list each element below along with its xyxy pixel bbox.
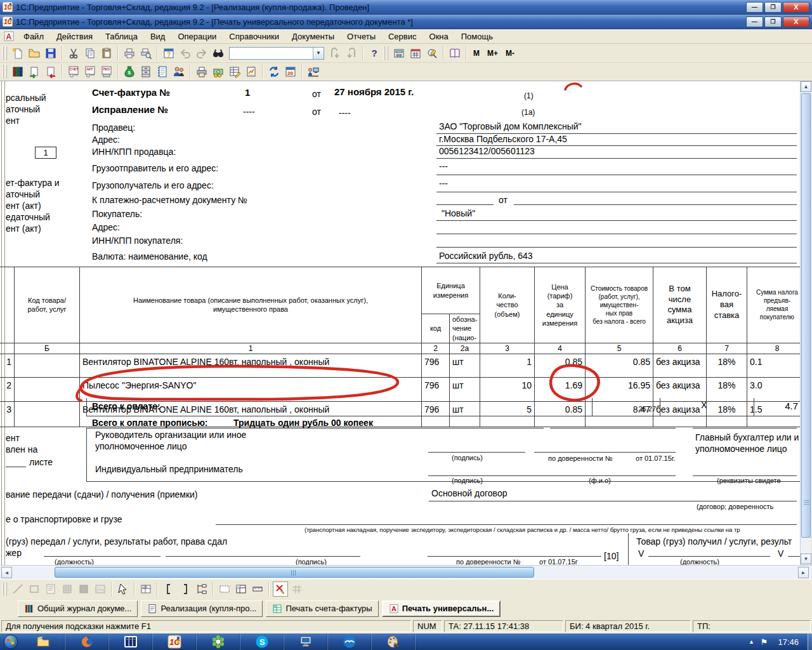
tray-expand-icon[interactable]: ▲ xyxy=(749,639,754,645)
scroll-right-icon[interactable]: ► xyxy=(798,567,809,578)
print-preview-icon[interactable] xyxy=(138,46,154,61)
memory-recall-button[interactable]: М xyxy=(469,48,483,59)
cell-format-icon[interactable]: 123 xyxy=(138,581,154,597)
menu-table[interactable]: Таблица xyxy=(100,30,143,43)
show-desktop-button[interactable] xyxy=(808,633,812,650)
notebook-icon[interactable] xyxy=(155,64,170,79)
restore-button-inner[interactable]: ❐ xyxy=(764,17,782,27)
grid-area-icon[interactable] xyxy=(217,581,232,597)
menu-documents[interactable]: Документы xyxy=(286,30,340,43)
invoice-schet-icon[interactable]: СЧЕТ xyxy=(66,64,81,79)
price-list-icon[interactable] xyxy=(227,64,242,79)
print-icon[interactable] xyxy=(122,46,137,61)
taskbar-firefox-button[interactable] xyxy=(65,633,109,650)
document-window-icon: A xyxy=(4,31,14,41)
help-window-icon[interactable]: ? xyxy=(161,46,176,61)
memory-add-button[interactable]: М+ xyxy=(483,48,502,59)
select-cursor-icon[interactable] xyxy=(115,581,131,597)
menu-help[interactable]: Помощь xyxy=(455,30,499,43)
menu-service[interactable]: Сервис xyxy=(383,30,422,43)
taskbar-computer-button[interactable] xyxy=(284,633,328,650)
toolbar-gripper[interactable] xyxy=(3,65,7,79)
menu-view[interactable]: Вид xyxy=(145,30,171,43)
partners-icon[interactable] xyxy=(171,64,187,79)
save-icon[interactable] xyxy=(43,46,58,61)
tab-invoice-print[interactable]: Печать счета-фактуры xyxy=(266,600,378,617)
workplace-icon[interactable] xyxy=(306,64,321,79)
taskbar-clock[interactable]: 17:46 xyxy=(774,637,802,647)
toolbar-gripper[interactable] xyxy=(3,582,7,596)
data-exchange-icon[interactable] xyxy=(266,64,282,79)
minimize-button-inner[interactable]: — xyxy=(746,17,763,27)
action-center-flag-icon[interactable]: ⚑ xyxy=(761,637,768,647)
print-doc-icon[interactable] xyxy=(194,64,209,79)
combobox-dropdown-icon[interactable]: ▼ xyxy=(313,48,324,59)
start-button[interactable] xyxy=(0,633,22,650)
money-bag-icon[interactable]: $ xyxy=(122,64,137,79)
taskbar-paint-button[interactable] xyxy=(372,633,416,650)
toolbar-gripper[interactable] xyxy=(384,46,388,60)
menu-file[interactable]: Файл xyxy=(18,30,49,43)
scroll-down-icon[interactable]: ▼ xyxy=(801,554,811,564)
paste-icon[interactable] xyxy=(99,46,114,61)
horizontal-scroll-thumb[interactable] xyxy=(55,567,534,578)
calculator-icon[interactable] xyxy=(391,46,407,61)
menu-actions[interactable]: Действия xyxy=(51,30,98,43)
open-icon[interactable] xyxy=(27,46,42,61)
vertical-scroll-thumb[interactable] xyxy=(801,93,811,538)
find-icon[interactable] xyxy=(211,46,226,61)
restore-button-outer[interactable]: ❐ xyxy=(764,2,782,13)
horizontal-scrollbar[interactable]: ◄ ► xyxy=(0,565,812,579)
table-headers-icon[interactable] xyxy=(233,581,249,597)
bracket-close-icon[interactable] xyxy=(178,581,193,597)
pko-doc-icon[interactable]: ПКО xyxy=(99,64,114,79)
money-icon[interactable] xyxy=(211,64,226,79)
cut-icon[interactable] xyxy=(66,46,81,61)
quick-search-combobox[interactable]: ▼ xyxy=(229,47,324,60)
book-icon[interactable] xyxy=(447,46,462,61)
taskbar-1c-books-button[interactable] xyxy=(109,633,153,650)
calendar-icon[interactable] xyxy=(408,46,423,61)
tab-upd-print-active[interactable]: A Печать универсальн... xyxy=(382,600,501,617)
menu-references[interactable]: Справочники xyxy=(223,30,285,43)
menu-reports[interactable]: Отчеты xyxy=(341,30,381,43)
table-row[interactable]: 2 Пылесос "Энергия-SANYO" 796 шт 10 1.69… xyxy=(0,377,800,401)
cabinet-icon[interactable] xyxy=(138,64,154,79)
scroll-left-icon[interactable]: ◄ xyxy=(1,567,12,578)
red-pen-annotation-icon[interactable] xyxy=(273,581,288,597)
memory-subtract-button[interactable]: М- xyxy=(502,48,518,59)
close-button-inner[interactable]: X xyxy=(783,17,809,27)
help-icon[interactable]: ? xyxy=(367,46,382,61)
cell-rate: 18% xyxy=(707,377,747,401)
margin-fragment: ент (акт) xyxy=(6,201,41,211)
new-document-icon[interactable] xyxy=(10,46,25,61)
toolbar-gripper[interactable] xyxy=(3,46,7,60)
calendar-date-icon[interactable]: 20 xyxy=(283,64,298,79)
ruler-icon[interactable] xyxy=(250,581,265,597)
journal-icon[interactable] xyxy=(10,64,25,79)
find-next-icon xyxy=(327,46,343,61)
taskbar-1c-button[interactable]: 1С xyxy=(153,633,197,650)
incoming-doc-icon[interactable] xyxy=(27,64,42,79)
minimize-button-outer[interactable]: — xyxy=(746,2,763,13)
zoom-edit-icon[interactable] xyxy=(424,46,440,61)
tab-general-journal[interactable]: Общий журнал докуме... xyxy=(18,600,138,617)
taskbar-explorer-button[interactable] xyxy=(22,633,65,650)
sections-icon[interactable] xyxy=(194,581,209,597)
act-doc-icon[interactable]: АКТ xyxy=(82,64,98,79)
scroll-up-icon[interactable]: ▲ xyxy=(801,81,811,92)
taskbar-skype-button[interactable]: S xyxy=(240,633,284,650)
outgoing-doc-icon[interactable] xyxy=(43,64,58,79)
close-button-outer[interactable]: X xyxy=(783,2,809,13)
print-preview-area[interactable]: рсальный аточный ент 1 ет-фактура и аточ… xyxy=(0,81,800,565)
tab-realization-document[interactable]: Реализация (купля-про... xyxy=(141,600,263,617)
copy-icon[interactable] xyxy=(82,46,98,61)
taskbar-icq-button[interactable] xyxy=(197,633,240,650)
table-row[interactable]: 1 Вентилятор BINATONE ALPINE 160вт, напо… xyxy=(0,354,800,377)
bracket-open-icon[interactable] xyxy=(161,581,176,597)
menu-windows[interactable]: Окна xyxy=(424,30,454,43)
vertical-scrollbar[interactable]: ▲ ▼ xyxy=(800,81,811,565)
report-icon[interactable] xyxy=(244,64,259,79)
menu-operations[interactable]: Операции xyxy=(172,30,222,43)
taskbar-mail-agent-button[interactable] xyxy=(328,633,372,650)
